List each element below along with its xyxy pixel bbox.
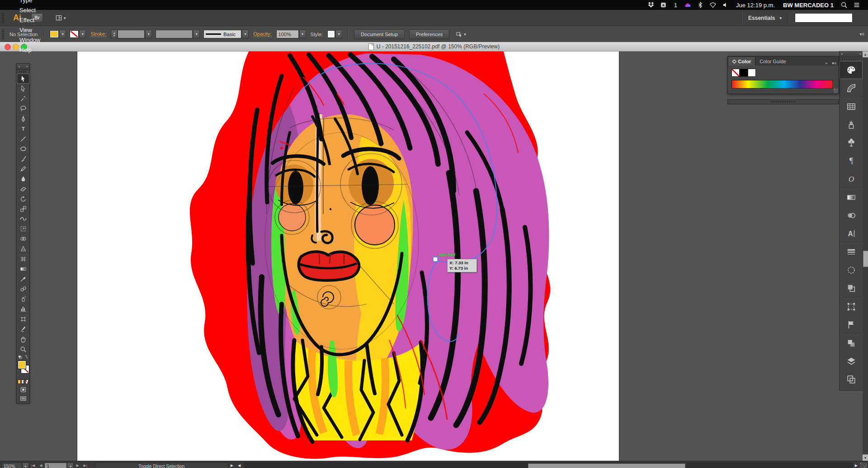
perspective-grid-tool[interactable] <box>17 243 29 254</box>
last-artboard-button[interactable]: ▶| <box>81 463 90 468</box>
eraser-tool[interactable] <box>17 183 29 194</box>
width-tool[interactable] <box>17 214 29 224</box>
panel-menu-icon[interactable]: ▾≡ <box>830 61 839 66</box>
spotlight-icon[interactable] <box>839 1 849 9</box>
account-name[interactable]: BW MERCADEO 1 <box>780 2 836 9</box>
select-similar-button[interactable]: ▾ <box>455 31 466 37</box>
eyedropper-tool[interactable] <box>17 274 29 284</box>
status-menu-arrow[interactable]: ▶ <box>228 463 236 468</box>
dropbox-icon[interactable] <box>646 1 656 9</box>
collapse-panel-icon[interactable]: » <box>823 61 830 66</box>
gradient-panel-icon[interactable] <box>840 188 863 206</box>
preferences-button[interactable]: Preferences <box>409 29 449 39</box>
color-panel-icon[interactable] <box>840 61 863 79</box>
swatches-panel-icon[interactable] <box>840 98 863 116</box>
drawing-modes-button[interactable] <box>17 385 29 394</box>
none-button[interactable] <box>25 379 28 384</box>
none-swatch[interactable] <box>731 69 740 77</box>
scroll-right-arrow[interactable]: ▶ <box>853 463 860 468</box>
default-fill-stroke-icon[interactable] <box>18 355 22 359</box>
direct-selection-tool[interactable] <box>17 84 29 94</box>
zoom-level[interactable]: 150% <box>1 463 22 468</box>
variable-width-profile[interactable]: ▾ <box>156 30 200 38</box>
style-swatch[interactable] <box>327 30 335 38</box>
tools-panel-header[interactable]: × » <box>17 64 29 70</box>
opentype-panel-icon[interactable] <box>840 170 863 188</box>
opacity-value[interactable]: 100% <box>276 30 299 38</box>
collapse-icon[interactable]: » <box>26 65 28 69</box>
scroll-left-arrow[interactable]: ◀ <box>236 463 243 468</box>
shape-builder-tool[interactable] <box>17 234 29 243</box>
selected-anchor-point[interactable] <box>433 257 438 262</box>
white-swatch[interactable] <box>748 69 756 77</box>
stroke-panel-icon[interactable] <box>840 243 863 261</box>
menu-item[interactable]: Select <box>14 5 52 15</box>
stroke-color-control[interactable]: ▾ <box>70 30 86 38</box>
attributes-panel-icon[interactable] <box>840 261 863 279</box>
magic-wand-tool[interactable] <box>17 94 29 103</box>
blob-brush-tool[interactable] <box>17 173 29 183</box>
dock-header[interactable]: × » <box>840 51 863 57</box>
character-styles-panel-icon[interactable] <box>840 225 863 243</box>
mesh-tool[interactable] <box>17 254 29 264</box>
volume-icon[interactable] <box>721 1 731 9</box>
vertical-scroll-thumb[interactable] <box>863 251 868 267</box>
free-transform-tool[interactable] <box>17 224 29 234</box>
column-graph-tool[interactable] <box>17 304 29 314</box>
lasso-tool[interactable] <box>17 103 29 114</box>
pen-tool[interactable] <box>17 114 29 124</box>
dock-grip[interactable] <box>842 58 860 60</box>
transform-panel-icon[interactable] <box>840 298 863 316</box>
zoom-dropdown[interactable]: ▾ <box>22 463 29 468</box>
collapse-icon[interactable]: » <box>859 52 861 56</box>
tools-panel-grip[interactable] <box>19 71 27 73</box>
assistive-access-icon[interactable] <box>659 1 669 9</box>
artboard-tool[interactable] <box>17 314 29 324</box>
creative-cloud-icon[interactable] <box>683 1 693 9</box>
scale-tool[interactable] <box>17 204 29 214</box>
menu-item[interactable]: Effect <box>14 15 52 25</box>
gradient-tool[interactable] <box>17 264 29 274</box>
artboard-number[interactable]: 1 <box>44 463 67 468</box>
scroll-down-arrow[interactable]: ▼ <box>863 454 868 461</box>
control-panel-menu-icon[interactable]: ▾≡ <box>859 32 864 37</box>
hand-tool[interactable] <box>17 334 29 344</box>
canvas-area[interactable]: anchor X: 7.33 in Y: 6.73 in × » <box>0 51 868 461</box>
type-tool[interactable] <box>17 124 29 134</box>
close-icon[interactable]: × <box>18 65 20 69</box>
rotate-tool[interactable] <box>17 194 29 204</box>
slice-tool[interactable] <box>17 324 29 334</box>
artboards-panel-icon[interactable] <box>840 370 863 388</box>
notification-center-icon[interactable] <box>852 1 862 9</box>
workspace-switcher[interactable]: Essentials ▾ <box>748 15 782 21</box>
fill-color-swatch[interactable] <box>18 360 26 369</box>
menu-item[interactable]: Type <box>14 0 52 5</box>
scroll-up-arrow[interactable]: ▲ <box>863 51 868 57</box>
horizontal-scrollbar[interactable] <box>244 463 853 468</box>
collapsed-panel-divider[interactable] <box>727 99 839 104</box>
vertical-scrollbar[interactable]: ▲ ▼ <box>863 51 868 461</box>
artboard[interactable]: anchor X: 7.33 in Y: 6.73 in <box>77 51 619 461</box>
menu-item[interactable]: Help <box>14 45 52 55</box>
pathfinder-panel-icon[interactable] <box>840 279 863 298</box>
panel-resize-grip[interactable] <box>834 89 838 93</box>
style-control[interactable]: ▾ <box>327 30 342 38</box>
horizontal-scroll-thumb[interactable] <box>528 463 685 468</box>
symbol-sprayer-tool[interactable] <box>17 294 29 304</box>
stroke-weight-value[interactable] <box>118 30 145 38</box>
stroke-weight-control[interactable]: ▲▼ ▾ <box>111 30 152 38</box>
window-resize-grip[interactable] <box>860 463 867 468</box>
selection-tool[interactable] <box>17 74 29 84</box>
bluetooth-icon[interactable] <box>695 1 705 9</box>
color-button[interactable] <box>18 379 21 384</box>
color-spectrum-ramp[interactable] <box>731 80 833 89</box>
line-segment-tool[interactable] <box>17 134 29 144</box>
document-title-bar[interactable]: U - 20151216_225102.pdf @ 150% (RGB/Prev… <box>0 42 868 51</box>
screen-mode-button[interactable] <box>17 394 29 403</box>
menu-item[interactable]: View <box>14 25 52 35</box>
opacity-control[interactable]: 100% ▾ <box>276 30 306 38</box>
document-setup-button[interactable]: Document Setup <box>354 29 405 39</box>
zoom-tool[interactable] <box>17 344 29 354</box>
black-swatch[interactable] <box>740 69 748 77</box>
stroke-none-swatch[interactable] <box>70 30 79 38</box>
